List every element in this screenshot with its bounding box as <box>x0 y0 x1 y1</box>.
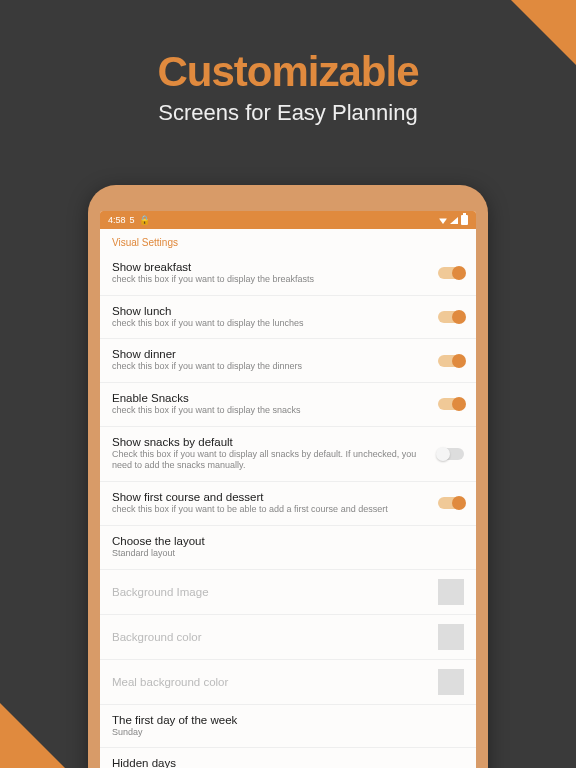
toggle-switch[interactable] <box>438 398 464 410</box>
color-swatch[interactable] <box>438 669 464 695</box>
hero-section: Customizable Screens for Easy Planning <box>0 0 576 126</box>
setting-row[interactable]: Show first course and dessertcheck this … <box>100 482 476 526</box>
setting-description: Sunday <box>112 727 464 739</box>
setting-description: Check this box if you want to display al… <box>112 449 428 472</box>
wifi-icon <box>439 216 447 224</box>
setting-text: Background Image <box>112 586 428 598</box>
color-swatch[interactable] <box>438 624 464 650</box>
settings-list: Show breakfastcheck this box if you want… <box>100 252 476 768</box>
setting-text: Hidden days <box>112 757 464 768</box>
tablet-screen: 4:58 5 🔒 Visual Settings Show breakfastc… <box>100 211 476 768</box>
setting-row[interactable]: The first day of the weekSunday <box>100 705 476 749</box>
section-header: Visual Settings <box>100 229 476 252</box>
setting-row[interactable]: Enable Snackscheck this box if you want … <box>100 383 476 427</box>
setting-text: Enable Snackscheck this box if you want … <box>112 392 428 417</box>
setting-title: Background Image <box>112 586 428 598</box>
toggle-switch[interactable] <box>438 355 464 367</box>
toggle-knob <box>452 496 466 510</box>
lock-icon: 🔒 <box>139 215 150 225</box>
toggle-knob <box>452 354 466 368</box>
corner-decoration-top-right <box>511 0 576 65</box>
setting-row[interactable]: Show lunchcheck this box if you want to … <box>100 296 476 340</box>
hero-subtitle: Screens for Easy Planning <box>0 100 576 126</box>
setting-title: Show snacks by default <box>112 436 428 448</box>
setting-text: Show lunchcheck this box if you want to … <box>112 305 428 330</box>
color-swatch[interactable] <box>438 579 464 605</box>
setting-title: Show dinner <box>112 348 428 360</box>
toggle-switch[interactable] <box>438 448 464 460</box>
setting-row[interactable]: Show dinnercheck this box if you want to… <box>100 339 476 383</box>
corner-decoration-bottom-left <box>0 703 65 768</box>
toggle-knob <box>452 397 466 411</box>
status-network-label: 5 <box>130 215 135 225</box>
setting-row[interactable]: Choose the layoutStandard layout <box>100 526 476 570</box>
toggle-knob <box>452 310 466 324</box>
setting-title: Show breakfast <box>112 261 428 273</box>
setting-row[interactable]: Show snacks by defaultCheck this box if … <box>100 427 476 482</box>
setting-title: Meal background color <box>112 676 428 688</box>
setting-description: check this box if you want to display th… <box>112 405 428 417</box>
setting-text: Background color <box>112 631 428 643</box>
setting-text: Meal background color <box>112 676 428 688</box>
setting-row[interactable]: Meal background color <box>100 660 476 705</box>
setting-text: Show snacks by defaultCheck this box if … <box>112 436 428 472</box>
setting-text: Show breakfastcheck this box if you want… <box>112 261 428 286</box>
setting-row[interactable]: Show breakfastcheck this box if you want… <box>100 252 476 296</box>
setting-text: Show first course and dessertcheck this … <box>112 491 428 516</box>
signal-icon <box>450 217 458 224</box>
toggle-switch[interactable] <box>438 311 464 323</box>
tablet-frame: 4:58 5 🔒 Visual Settings Show breakfastc… <box>88 185 488 768</box>
battery-icon <box>461 215 468 225</box>
setting-description: check this box if you want to display th… <box>112 274 428 286</box>
setting-description: Standard layout <box>112 548 464 560</box>
setting-description: check this box if you want to be able to… <box>112 504 428 516</box>
toggle-switch[interactable] <box>438 497 464 509</box>
status-time: 4:58 <box>108 215 126 225</box>
setting-text: Choose the layoutStandard layout <box>112 535 464 560</box>
setting-row[interactable]: Hidden days <box>100 748 476 768</box>
setting-row[interactable]: Background color <box>100 615 476 660</box>
setting-text: The first day of the weekSunday <box>112 714 464 739</box>
setting-title: Choose the layout <box>112 535 464 547</box>
toggle-knob <box>436 447 450 461</box>
hero-title: Customizable <box>0 48 576 96</box>
status-bar: 4:58 5 🔒 <box>100 211 476 229</box>
toggle-switch[interactable] <box>438 267 464 279</box>
setting-title: Hidden days <box>112 757 464 768</box>
setting-title: Background color <box>112 631 428 643</box>
toggle-knob <box>452 266 466 280</box>
setting-row[interactable]: Background Image <box>100 570 476 615</box>
setting-text: Show dinnercheck this box if you want to… <box>112 348 428 373</box>
setting-description: check this box if you want to display th… <box>112 318 428 330</box>
setting-description: check this box if you want to display th… <box>112 361 428 373</box>
setting-title: The first day of the week <box>112 714 464 726</box>
setting-title: Enable Snacks <box>112 392 428 404</box>
setting-title: Show first course and dessert <box>112 491 428 503</box>
setting-title: Show lunch <box>112 305 428 317</box>
